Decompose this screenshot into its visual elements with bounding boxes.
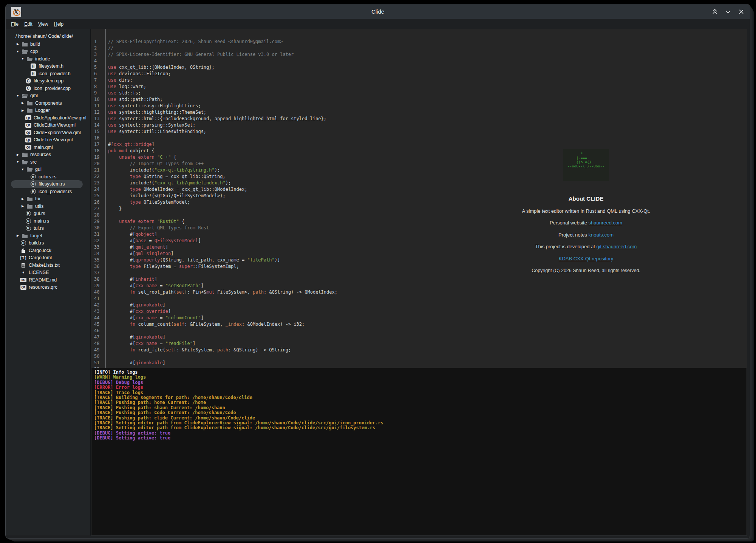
tree-item-include[interactable]: ▼include [12,55,90,63]
tree-item-cmakelists-txt[interactable]: CMakeLists.txt [12,261,90,269]
tree-item-label: colors.rs [39,174,56,179]
line-number: 31 [91,231,105,238]
code-line: 9use std::fs; [91,90,747,96]
tree-item-components[interactable]: ▶Components [12,99,90,107]
shade-button[interactable] [710,7,720,17]
tree-item-label: README.md [29,277,57,283]
chevron-right-icon[interactable]: ▶ [20,101,25,105]
code-text: // SPDX-FileCopyrightText: 2026, Shaun R… [105,39,283,45]
tree-item-main-rs[interactable]: Rmain.rs [12,217,90,225]
tree-item-cargo-toml[interactable]: [T]Cargo.toml [12,254,90,262]
about-description: A simple text editor written in Rust and… [469,208,703,214]
tree-item-tui-rs[interactable]: Rtui.rs [12,225,90,232]
code-text [105,295,108,302]
file-tree: ▶build▼cpp▼includeHfilesystem.hHicon_pro… [12,40,90,291]
line-number: 3 [91,51,105,58]
qt-file-icon: Qt [25,130,31,135]
chevron-right-icon[interactable]: ▶ [20,197,25,201]
chevron-right-icon[interactable]: ▶ [20,204,25,208]
code-editor[interactable]: 1// SPDX-FileCopyrightText: 2026, Shaun … [91,29,747,368]
minimize-button[interactable] [723,7,733,17]
menu-view[interactable]: View [38,22,48,27]
tree-item-colors-rs[interactable]: Rcolors.rs [12,173,90,181]
close-button[interactable] [736,7,746,17]
log-line-error: [ERROR] Error logs [94,385,747,390]
line-number: 37 [91,270,105,276]
code-text: use syntect::util::LinesWithEndings; [105,128,206,135]
chevron-down-icon[interactable]: ▼ [15,94,20,97]
menu-help[interactable]: Help [54,22,64,27]
tree-item-gui[interactable]: ▼gui [12,166,90,173]
tree-item-clideapplicationview-qml[interactable]: QtClideApplicationView.qml [12,114,90,122]
tree-item-build[interactable]: ▶build [12,40,90,48]
link-kdab-cxx-qt-repository[interactable]: KDAB CXX-Qt repository [559,256,614,261]
markdown-file-icon: M↓ [20,277,26,283]
tree-item-label: target [30,233,42,238]
tree-item-icon-provider-cpp[interactable]: Cicon_provider.cpp [12,85,90,92]
tree-item-filesystem-h[interactable]: Hfilesystem.h [12,63,90,70]
chevron-down-icon[interactable]: ▼ [15,50,20,53]
app-icon: X [11,7,21,17]
tree-item-filesystem-cpp[interactable]: Cfilesystem.cpp [12,77,90,85]
code-text: #[inherit] [105,276,157,283]
tree-item-gui-rs[interactable]: Rgui.rs [12,210,90,218]
line-number: 42 [91,302,105,308]
tree-item-icon-provider-h[interactable]: Hicon_provider.h [12,70,90,77]
tree-item-src[interactable]: ▼src [12,158,90,166]
chevron-down-icon[interactable]: ▼ [20,168,25,171]
code-line: 17#[cxx_qt::bridge] [91,141,747,148]
line-number: 14 [91,122,105,128]
code-text: #[qinvokable] [105,360,165,366]
tree-item-tui[interactable]: ▶tui [12,195,90,203]
log-line-trace: [TRACE] Pushing path: clide Current: /ho… [94,416,747,421]
log-panel[interactable]: [INFO] Info logs[WARN] Warning logs[DEBU… [91,368,747,535]
tree-item-cargo-lock[interactable]: Cargo.lock [12,247,90,254]
code-text: #[qproperty(QString, file_path, cxx_name… [105,257,280,263]
line-number: 20 [91,161,105,167]
code-line: 14use syntect::parsing::SyntaxSet; [91,122,747,128]
code-text: #[qml_element] [105,244,168,251]
file-tree-panel[interactable]: / home/ shaun/ Code/ clide/ ▶build▼cpp▼i… [6,29,91,535]
tree-item-license[interactable]: ✶LICENSE [12,269,90,277]
tree-item-filesystem-rs[interactable]: Rfilesystem.rs [12,181,90,188]
chevron-down-icon[interactable]: ▼ [20,57,25,60]
line-number: 43 [91,308,105,315]
menu-mnemonic: H [54,22,57,27]
tree-item-resources[interactable]: ▶resources [12,151,90,159]
tree-item-clideeditorview-qml[interactable]: QtClideEditorView.qml [12,122,90,129]
tree-item-qml[interactable]: ▼qml [12,92,90,100]
folder-icon [26,203,33,209]
code-line: 44 #[cxx_name = "columnCount"] [91,315,747,321]
menu-edit[interactable]: Edit [24,22,32,27]
link-shaunreed-com[interactable]: shaunreed.com [589,220,623,226]
tree-item-resources-qrc[interactable]: Qtresources.qrc [12,284,90,291]
chevron-right-icon[interactable]: ▶ [20,109,25,112]
tree-item-clideexplorerview-qml[interactable]: QtClideExplorerView.qml [12,129,90,136]
tree-item-label: utils [35,204,43,209]
tree-item-utils[interactable]: ▶utils [12,203,90,210]
chevron-right-icon[interactable]: ▶ [15,42,20,46]
tree-item-cpp[interactable]: ▼cpp [12,48,90,56]
tree-item-label: icon_provider.cpp [34,86,71,91]
code-line: 5use cxx_qt_lib::{QModelIndex, QString}; [91,64,747,71]
tree-item-build-rs[interactable]: Rbuild.rs [12,240,90,247]
line-number: 41 [91,295,105,302]
rust-file-icon: R [30,181,36,187]
log-line-trace: [TRACE] Building segments for path: /hom… [94,395,747,400]
link-knoats-com[interactable]: knoats.com [589,232,614,238]
rust-file-icon: R [25,211,31,217]
chevron-down-icon[interactable]: ▼ [15,160,20,164]
tree-item-logger[interactable]: ▶Logger [12,107,90,114]
chevron-right-icon[interactable]: ▶ [15,153,20,156]
chevron-right-icon[interactable]: ▶ [15,234,20,237]
tree-item-clidetreeview-qml[interactable]: QtClideTreeView.qml [12,136,90,144]
code-text: // Export QML Types from Rust [105,225,209,231]
tree-item-readme-md[interactable]: M↓README.md [12,276,90,284]
title-bar[interactable]: X Clide [6,4,750,19]
tree-item-icon-provider-rs[interactable]: Ricon_provider.rs [12,188,90,195]
tree-item-main-qml[interactable]: Qtmain.qml [12,144,90,151]
link-git-shaunreed-com[interactable]: git.shaunreed.com [596,244,637,249]
tree-item-label: resources [30,152,51,157]
tree-item-target[interactable]: ▶target [12,232,90,240]
menu-file[interactable]: File [11,22,19,27]
